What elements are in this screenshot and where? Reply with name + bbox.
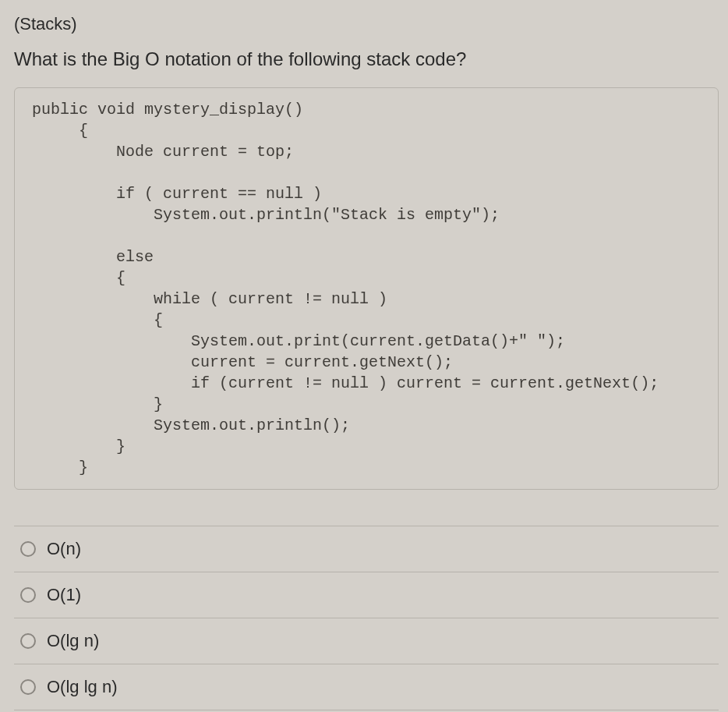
option-o-n[interactable]: O(n) (14, 526, 719, 572)
option-label: O(lg n) (47, 631, 99, 651)
option-label: O(lg lg n) (47, 677, 117, 697)
option-o-lg-lg-n[interactable]: O(lg lg n) (14, 664, 719, 710)
option-o-lg-n[interactable]: O(lg n) (14, 618, 719, 664)
option-o-1[interactable]: O(1) (14, 572, 719, 618)
options-list: O(n) O(1) O(lg n) O(lg lg n) O(n lg n) (14, 526, 719, 712)
option-label: O(n) (47, 539, 81, 559)
question-text: What is the Big O notation of the follow… (14, 48, 719, 70)
radio-icon (20, 679, 36, 695)
option-label: O(1) (47, 585, 81, 605)
code-block: public void mystery_display() { Node cur… (14, 87, 719, 490)
topic-label: (Stacks) (14, 14, 719, 34)
radio-icon (20, 541, 36, 557)
radio-icon (20, 587, 36, 603)
radio-icon (20, 633, 36, 649)
